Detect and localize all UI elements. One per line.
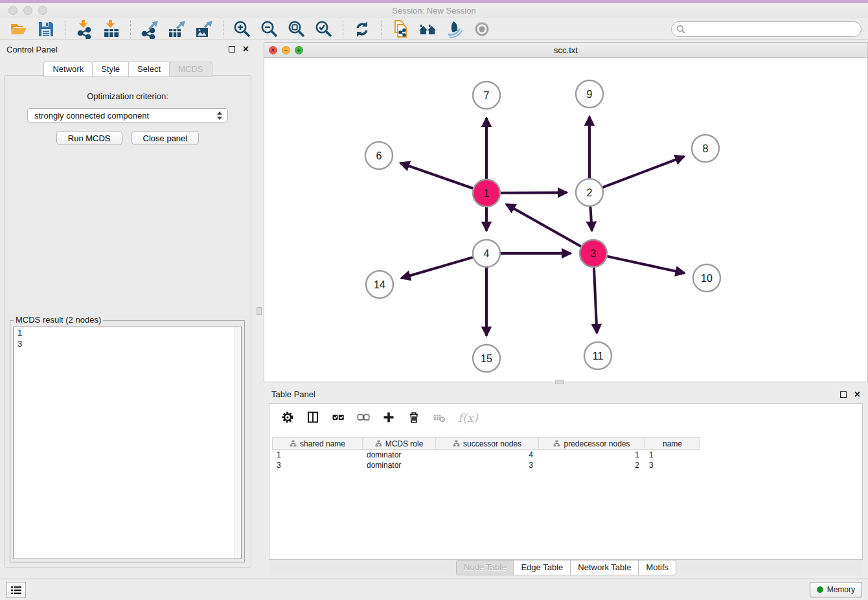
table-settings-icon[interactable] <box>281 411 294 424</box>
deselect-all-icon[interactable] <box>357 411 370 424</box>
graph-node-2[interactable]: 2 <box>576 179 603 206</box>
show-graphics-details-icon[interactable] <box>472 19 492 39</box>
export-image-icon[interactable] <box>194 19 214 39</box>
column-header-label: successor nodes <box>463 439 521 448</box>
tab-node-table[interactable]: Node Table <box>456 560 514 575</box>
tab-network[interactable]: Network <box>43 62 93 77</box>
hide-graphics-details-icon[interactable] <box>445 19 464 39</box>
export-table-icon[interactable] <box>167 19 187 39</box>
svg-text:10: 10 <box>701 273 713 284</box>
result-scrollbar[interactable] <box>234 327 241 559</box>
graph-edge-1-2[interactable] <box>501 192 567 193</box>
memory-button[interactable]: Memory <box>810 582 862 597</box>
graph-node-10[interactable]: 10 <box>693 264 720 292</box>
graph-edge-4-14[interactable] <box>402 257 473 278</box>
delete-column-icon[interactable] <box>407 411 420 424</box>
network-canvas[interactable]: 7968124314101511 <box>264 58 867 382</box>
control-panel-tabs: NetworkStyleSelectMCDS <box>0 62 255 77</box>
column-header-MCDS-role[interactable]: MCDS role <box>363 438 436 449</box>
open-session-icon[interactable] <box>9 19 29 39</box>
graph-node-1[interactable]: 1 <box>473 179 500 207</box>
horizontal-splitter-grip[interactable] <box>555 380 564 384</box>
graph-edge-2-3[interactable] <box>590 207 591 231</box>
zoom-fit-icon[interactable] <box>287 19 306 39</box>
network-window-titlebar[interactable]: × − + scc.txt <box>264 43 867 58</box>
graph-edge-3-11[interactable] <box>594 268 597 333</box>
criterion-select[interactable]: strongly connected component <box>27 108 228 122</box>
column-header-name[interactable]: name <box>645 438 700 449</box>
column-header-label: MCDS role <box>385 439 424 448</box>
cell-MCDS-role[interactable]: dominator <box>362 460 435 470</box>
cell-successor-nodes[interactable]: 3 <box>435 460 538 470</box>
network-view-window: × − + scc.txt 7968124314101511 <box>264 42 868 382</box>
mcds-result-textarea[interactable]: 13 <box>13 327 242 559</box>
cell-name[interactable]: 1 <box>645 450 699 460</box>
close-panel-icon[interactable]: × <box>243 46 249 52</box>
table-toolbar: f(x) <box>269 404 862 431</box>
cell-predecessor-nodes[interactable]: 2 <box>538 460 645 470</box>
zoom-selected-icon[interactable] <box>314 19 334 39</box>
new-network-from-selection-icon[interactable] <box>391 19 410 39</box>
task-history-button[interactable] <box>6 582 26 598</box>
toolbar-separator <box>65 21 65 38</box>
table-close-panel-icon[interactable]: × <box>854 391 860 398</box>
cell-MCDS-role[interactable]: dominator <box>362 450 435 460</box>
node-table: shared nameMCDS rolesuccessor nodesprede… <box>272 437 700 470</box>
zoom-out-icon[interactable] <box>260 19 279 39</box>
vertical-splitter-grip[interactable] <box>257 307 262 315</box>
control-panel-title: Control Panel <box>6 45 229 54</box>
first-neighbors-icon[interactable] <box>418 19 437 39</box>
svg-text:14: 14 <box>374 279 385 290</box>
cell-predecessor-nodes[interactable]: 1 <box>538 450 645 460</box>
status-bar: Memory <box>0 579 868 600</box>
graph-node-4[interactable]: 4 <box>473 240 500 267</box>
tab-style[interactable]: Style <box>92 62 129 77</box>
cell-name[interactable]: 3 <box>645 460 699 470</box>
select-all-icon[interactable] <box>332 411 345 424</box>
float-panel-icon[interactable] <box>229 46 235 52</box>
graph-node-15[interactable]: 15 <box>473 345 500 372</box>
column-header-shared-name[interactable]: shared name <box>273 438 363 449</box>
zoom-in-icon[interactable] <box>233 19 252 39</box>
add-column-icon[interactable] <box>382 411 395 424</box>
graph-node-14[interactable]: 14 <box>366 271 393 298</box>
graph-node-11[interactable]: 11 <box>584 342 611 369</box>
search-icon <box>676 25 685 34</box>
graph-node-3[interactable]: 3 <box>580 240 607 267</box>
export-network-icon[interactable] <box>140 19 159 39</box>
cell-shared-name[interactable]: 1 <box>272 450 362 460</box>
table-float-panel-icon[interactable] <box>840 391 847 398</box>
svg-text:8: 8 <box>703 143 709 154</box>
run-mcds-button[interactable]: Run MCDS <box>56 131 122 145</box>
split-columns-icon[interactable] <box>306 411 319 424</box>
mcds-result-group: MCDS result (2 nodes) 13 <box>10 320 245 562</box>
tab-select[interactable]: Select <box>128 62 170 77</box>
table-row[interactable]: 1dominator411 <box>272 450 700 460</box>
close-panel-button[interactable]: Close panel <box>131 131 200 145</box>
graph-edge-3-10[interactable] <box>607 257 684 273</box>
tab-motifs[interactable]: Motifs <box>638 560 676 575</box>
tab-edge-table[interactable]: Edge Table <box>513 560 571 575</box>
graph-edge-1-6[interactable] <box>400 163 473 189</box>
graph-node-8[interactable]: 8 <box>692 135 719 162</box>
mcds-result-line: 1 <box>14 327 241 338</box>
search-box[interactable] <box>671 21 862 37</box>
tab-network-table[interactable]: Network Table <box>570 560 639 575</box>
column-header-predecessor-nodes[interactable]: predecessor nodes <box>539 438 645 449</box>
save-session-icon[interactable] <box>36 19 56 39</box>
graph-node-9[interactable]: 9 <box>576 80 603 108</box>
graph-edge-3-1[interactable] <box>506 204 580 246</box>
refresh-view-icon[interactable] <box>352 19 372 39</box>
import-table-icon[interactable] <box>102 19 121 39</box>
tab-mcds[interactable]: MCDS <box>169 62 212 77</box>
column-header-successor-nodes[interactable]: successor nodes <box>436 438 539 449</box>
cell-successor-nodes[interactable]: 4 <box>435 450 538 460</box>
graph-edge-2-8[interactable] <box>603 156 685 187</box>
graph-node-6[interactable]: 6 <box>365 142 393 169</box>
import-network-icon[interactable] <box>74 19 94 39</box>
table-row[interactable]: 3dominator323 <box>272 460 700 470</box>
delete-table-icon-disabled <box>433 411 446 424</box>
search-input[interactable] <box>688 23 861 36</box>
graph-node-7[interactable]: 7 <box>473 82 500 109</box>
cell-shared-name[interactable]: 3 <box>272 460 362 470</box>
